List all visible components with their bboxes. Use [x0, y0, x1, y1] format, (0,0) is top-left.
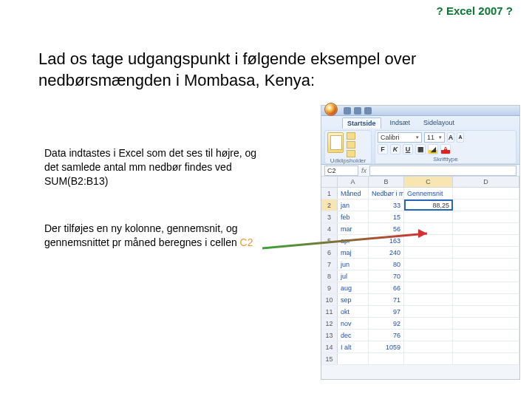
cell[interactable]: I alt: [338, 341, 369, 352]
cell[interactable]: jul: [338, 270, 369, 282]
cell[interactable]: [453, 341, 519, 352]
qat-save-icon[interactable]: [344, 107, 351, 115]
cell[interactable]: 56: [369, 223, 404, 234]
table-row[interactable]: 7 jun 80: [321, 259, 519, 270]
cell[interactable]: [369, 353, 404, 364]
table-row[interactable]: 3 feb 15: [321, 211, 519, 223]
cell[interactable]: [453, 294, 519, 305]
paste-button[interactable]: [327, 132, 344, 153]
row-header[interactable]: 2: [321, 200, 338, 211]
cell[interactable]: sep: [338, 294, 369, 305]
col-header-c[interactable]: C: [404, 177, 453, 187]
cell[interactable]: 66: [369, 282, 404, 293]
italic-button[interactable]: K: [390, 144, 400, 154]
cell[interactable]: Måned: [338, 188, 369, 199]
cell[interactable]: [404, 306, 453, 317]
cell[interactable]: [404, 259, 453, 270]
row-header[interactable]: 13: [321, 330, 338, 341]
cell[interactable]: maj: [338, 247, 369, 258]
cell[interactable]: [404, 294, 453, 305]
cell-c2-selected[interactable]: 88,25: [404, 200, 453, 211]
underline-button[interactable]: U: [403, 144, 413, 154]
cell[interactable]: [404, 235, 453, 246]
table-row[interactable]: 13 dec 76: [321, 330, 519, 341]
row-header[interactable]: 7: [321, 259, 338, 270]
cell[interactable]: [453, 318, 519, 329]
table-row[interactable]: 5 apr 163: [321, 235, 519, 247]
cell[interactable]: [453, 282, 519, 293]
col-header-b[interactable]: B: [369, 177, 404, 187]
select-all-corner[interactable]: [321, 177, 338, 187]
col-header-a[interactable]: A: [338, 177, 369, 187]
fill-color-button[interactable]: ◢: [428, 144, 438, 154]
formula-input[interactable]: [369, 166, 516, 176]
cell[interactable]: [453, 270, 519, 282]
fx-icon[interactable]: fx: [361, 167, 366, 174]
qat-redo-icon[interactable]: [364, 107, 372, 115]
cell[interactable]: 1059: [369, 341, 404, 352]
cell[interactable]: okt: [338, 306, 369, 317]
cell[interactable]: feb: [338, 211, 369, 222]
table-row[interactable]: 6 maj 240: [321, 247, 519, 259]
cell[interactable]: 97: [369, 306, 404, 317]
cell[interactable]: [453, 247, 519, 258]
cell[interactable]: [338, 353, 369, 364]
cell[interactable]: [404, 270, 453, 282]
cell[interactable]: 76: [369, 330, 404, 341]
table-row[interactable]: 12 nov 92: [321, 318, 519, 330]
table-row[interactable]: 15: [321, 353, 519, 365]
cell[interactable]: Gennemsnit: [404, 188, 453, 199]
table-row[interactable]: 2 jan 33 88,25: [321, 200, 519, 211]
bold-button[interactable]: F: [378, 144, 388, 154]
table-row[interactable]: 14 I alt 1059: [321, 341, 519, 353]
cell[interactable]: 15: [369, 211, 404, 222]
row-header[interactable]: 14: [321, 341, 338, 352]
cell[interactable]: mar: [338, 223, 369, 234]
cell[interactable]: 80: [369, 259, 404, 270]
worksheet-grid[interactable]: A B C D 1 Måned Nedbør i mm Gennemsnit 2…: [321, 177, 519, 365]
tab-layout[interactable]: Sidelayout: [419, 117, 459, 129]
cell[interactable]: [404, 341, 453, 352]
cell[interactable]: [404, 353, 453, 364]
cell[interactable]: [404, 318, 453, 329]
cell[interactable]: [404, 223, 453, 234]
tab-home[interactable]: Startside: [342, 117, 381, 129]
row-header[interactable]: 5: [321, 235, 338, 246]
row-header[interactable]: 10: [321, 294, 338, 305]
cell[interactable]: aug: [338, 282, 369, 293]
cell[interactable]: Nedbør i mm: [369, 188, 404, 199]
cell[interactable]: [453, 188, 519, 199]
table-row[interactable]: 4 mar 56: [321, 223, 519, 235]
cell[interactable]: [404, 247, 453, 258]
cell[interactable]: [453, 200, 519, 211]
table-row[interactable]: 10 sep 71: [321, 294, 519, 306]
cell[interactable]: apr: [338, 235, 369, 246]
table-row[interactable]: 11 okt 97: [321, 306, 519, 318]
row-header[interactable]: 3: [321, 211, 338, 222]
row-header[interactable]: 12: [321, 318, 338, 329]
cell[interactable]: 71: [369, 294, 404, 305]
cell[interactable]: [453, 235, 519, 246]
qat-undo-icon[interactable]: [354, 107, 361, 115]
cell[interactable]: [404, 330, 453, 341]
office-button[interactable]: [324, 103, 338, 116]
grow-font-button[interactable]: A: [447, 132, 454, 143]
row-header[interactable]: 9: [321, 282, 338, 293]
cell[interactable]: jun: [338, 259, 369, 270]
tab-insert[interactable]: Indsæt: [386, 117, 415, 129]
cell[interactable]: [453, 306, 519, 317]
row-header[interactable]: 4: [321, 223, 338, 234]
row-header[interactable]: 8: [321, 270, 338, 282]
cell[interactable]: 92: [369, 318, 404, 329]
cell[interactable]: [453, 223, 519, 234]
border-button[interactable]: ▦: [415, 144, 426, 154]
row-header[interactable]: 15: [321, 353, 338, 364]
col-header-d[interactable]: D: [453, 177, 519, 187]
format-painter-icon[interactable]: [347, 150, 355, 157]
font-name-combo[interactable]: Calibri▾: [378, 132, 422, 143]
cell[interactable]: 163: [369, 235, 404, 246]
table-row[interactable]: 8 jul 70: [321, 270, 519, 282]
row-header[interactable]: 6: [321, 247, 338, 258]
copy-icon[interactable]: [347, 141, 355, 149]
cell[interactable]: [404, 211, 453, 222]
